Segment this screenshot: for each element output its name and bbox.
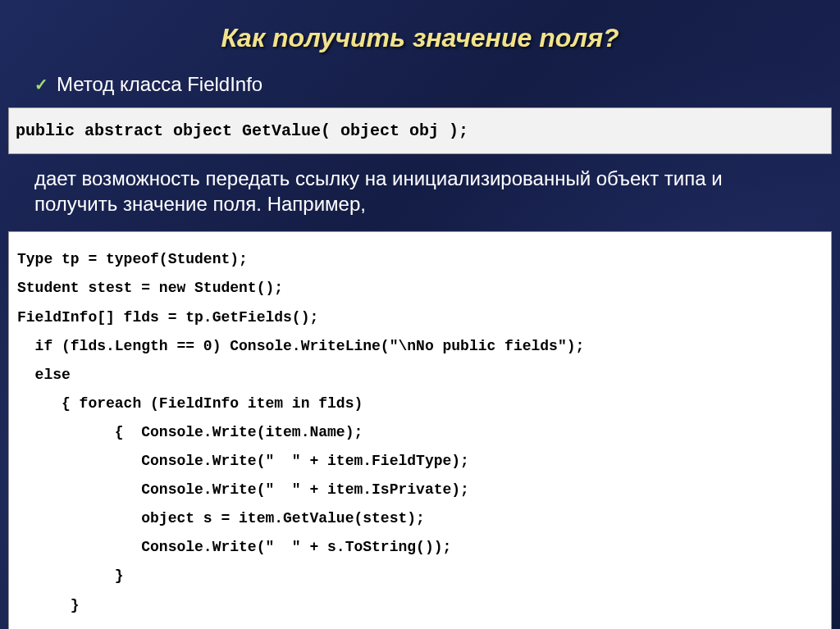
checkmark-icon: ✓ <box>34 75 48 94</box>
bullet-item: ✓ Метод класса FieldInfo <box>0 73 840 107</box>
slide: Как получить значение поля? ✓ Метод клас… <box>0 0 840 629</box>
slide-title: Как получить значение поля? <box>0 23 840 53</box>
method-signature-box: public abstract object GetValue( object … <box>8 107 832 154</box>
code-example-box: Type tp = typeof(Student); Student stest… <box>8 231 832 629</box>
bullet-text: Метод класса FieldInfo <box>57 73 262 96</box>
description-text: дает возможность передать ссылку на иниц… <box>0 166 840 231</box>
